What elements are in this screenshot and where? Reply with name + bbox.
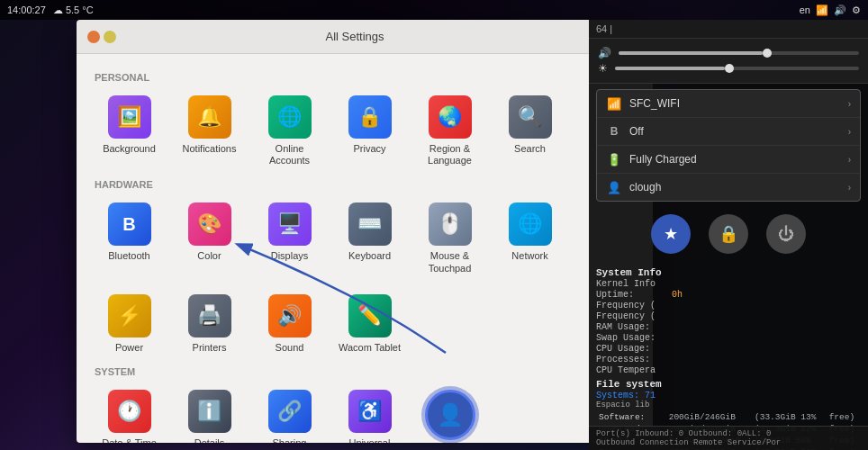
details-label: Details [194,437,225,443]
displays-icon: 🖥️ [268,202,312,246]
weather-icon: ☁ [53,4,63,15]
topbar-left: 14:00:27 ☁ 5.5 °C [7,4,94,16]
printers-label: Printers [193,342,227,354]
espacio-label: Espacio lib [596,400,861,410]
bluetooth-arrow: › [848,127,851,137]
mouse-label: Mouse & Touchpad [415,250,484,274]
search-setting-icon: 🔍 [509,95,552,139]
keyboard-icon: ⌨️ [348,202,392,246]
volume-row: 🔊 [598,47,859,59]
outbound-info: Outbound Connection Remote Service/Por [596,438,861,447]
brightness-icon: ☀ [598,62,608,75]
disk-row-software: Software: 200GiB/246GiB (33.3GiB 13% fre… [596,411,861,423]
color-icon: 🎨 [188,202,231,246]
hardware2-grid: ⚡ Power 🖨️ Printers 🔊 Sound ✏️ Wacom Tab… [91,287,638,359]
star-button[interactable]: ★ [651,214,691,254]
close-button[interactable] [87,31,100,43]
sharing-label: Sharing [273,437,307,443]
background-label: Background [103,143,156,155]
user-label: clough [629,181,848,194]
setting-mouse[interactable]: 🖱️ Mouse & Touchpad [411,195,488,279]
network-label: Network [511,250,547,262]
setting-power[interactable]: ⚡ Power [91,287,167,359]
minimize-button[interactable] [104,31,116,43]
power-icon: ⚡ [108,294,151,338]
volume-icon: 🔊 [834,4,846,16]
printers-icon: 🖨️ [188,294,231,338]
wacom-label: Wacom Tablet [339,342,401,354]
keyboard-label: Keyboard [348,250,391,262]
setting-privacy[interactable]: 🔒 Privacy [331,88,408,172]
settings-title: All Settings [116,30,593,43]
topbar-menu-icon[interactable]: ⚙ [852,4,861,16]
privacy-icon: 🔒 [348,95,392,139]
setting-sound[interactable]: 🔊 Sound [251,287,328,359]
menu-item-bluetooth[interactable]: B Off › [597,118,860,146]
sysinfo-section: System Info Kernel Info Uptime: 0h Frequ… [589,261,868,450]
setting-region[interactable]: 🌏 Region & Language [411,88,488,172]
right-panel-header: 64 | [589,20,868,39]
setting-network[interactable]: 🌐 Network [492,195,568,279]
notifications-label: Notifications [183,143,237,155]
personal-grid: 🖼️ Background 🔔 Notifications 🌐 Online A… [91,88,638,172]
ports-info: Port(s) Inbound: 0 Outbound: 0ALL: 0 [596,429,861,438]
setting-background[interactable]: 🖼️ Background [91,88,167,172]
details-icon: ℹ️ [188,390,231,433]
sound-icon: 🔊 [268,294,312,338]
user-menu-icon: 👤 [606,179,622,195]
volume-brightness-section: 🔊 ☀ [589,39,868,84]
quick-menu-panel: 📶 SFC_WIFI › B Off › 🔋 Fully Charged › 👤… [596,89,861,202]
sysinfo-heading1: System Info [596,267,861,278]
setting-keyboard[interactable]: ⌨️ Keyboard [331,195,408,279]
power-label: Power [115,342,143,354]
settings-content: Personal 🖼️ Background 🔔 Notifications 🌐… [77,54,653,443]
menu-item-battery[interactable]: 🔋 Fully Charged › [597,146,860,174]
setting-notifications[interactable]: 🔔 Notifications [171,88,248,172]
lock-button[interactable]: 🔒 [709,214,748,254]
window-controls [87,31,116,43]
setting-bluetooth[interactable]: B Bluetooth [91,195,167,279]
kernel-row: Kernel Info [596,279,861,289]
volume-slider[interactable] [619,51,859,55]
universal-icon: ♿ [348,390,392,433]
background-icon: 🖼️ [108,95,151,139]
sharing-icon: 🔗 [268,390,312,433]
mouse-icon: 🖱️ [429,202,472,246]
topbar: 14:00:27 ☁ 5.5 °C en 📶 🔊 ⚙ [0,0,868,20]
setting-color[interactable]: 🎨 Color [171,195,248,279]
bluetooth-menu-label: Off [629,125,848,138]
setting-online-accounts[interactable]: 🌐 Online Accounts [251,88,328,172]
topbar-weather: ☁ 5.5 °C [53,4,94,16]
topbar-time: 14:00:27 [7,4,46,15]
system-grid: 🕐 Date & Time ℹ️ Details 🔗 Sharing ♿ Uni… [91,382,638,443]
setting-printers[interactable]: 🖨️ Printers [171,287,248,359]
setting-search[interactable]: 🔍 Search [492,88,568,172]
bottom-info: Port(s) Inbound: 0 Outbound: 0ALL: 0 Out… [589,426,868,450]
filesystem-heading: File system [596,379,861,390]
power-button[interactable]: ⏻ [766,214,806,254]
bluetooth-label: Bluetooth [108,250,149,262]
bluetooth-menu-icon: B [606,123,622,140]
settings-header: All Settings [77,20,653,54]
battery-label: Fully Charged [629,153,848,166]
region-label: Region & Language [415,143,484,166]
color-label: Color [197,250,221,262]
brightness-slider[interactable] [615,67,859,70]
menu-item-user[interactable]: 👤 clough › [597,174,860,201]
setting-details[interactable]: ℹ️ Details [171,382,248,443]
uptime-row: Uptime: 0h [596,290,861,300]
setting-datetime[interactable]: 🕐 Date & Time [91,382,167,443]
quick-actions: ★ 🔒 ⏻ [589,207,868,261]
search-label: Search [514,143,546,155]
setting-sharing[interactable]: 🔗 Sharing [251,382,328,443]
brightness-row: ☀ [598,62,859,75]
wifi-icon: 📶 [816,4,828,16]
setting-wacom[interactable]: ✏️ Wacom Tablet [331,287,408,359]
setting-users[interactable]: 👤 Users [411,382,488,443]
setting-universal[interactable]: ♿ Universal Access [331,382,408,443]
menu-item-wifi[interactable]: 📶 SFC_WIFI › [597,90,860,118]
user-arrow: › [848,183,851,193]
notifications-icon: 🔔 [188,95,231,139]
setting-displays[interactable]: 🖥️ Displays [251,195,328,279]
right-panel: 64 | 🔊 ☀ 📶 SFC_WIFI › B Off › [589,20,868,450]
